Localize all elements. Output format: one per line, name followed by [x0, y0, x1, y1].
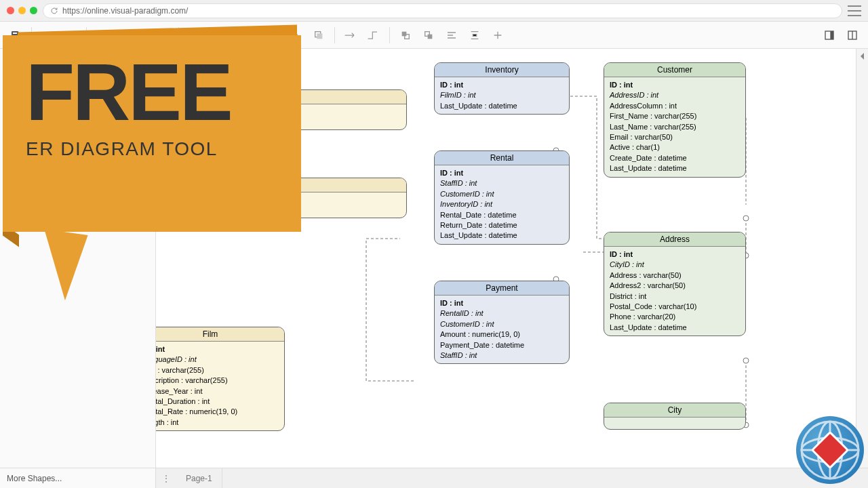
entity-field: Amount : numeric(19, 0) — [440, 329, 564, 340]
entity-field: InventoryID : int — [440, 199, 564, 209]
entity-body: ID : intStaffID : intCustomerID : intInv… — [435, 165, 569, 244]
reload-icon — [50, 7, 58, 15]
entity-field: Create_Date : datetime — [610, 153, 740, 163]
entity-payment[interactable]: Payment ID : intRentalID : intCustomerID… — [434, 281, 570, 364]
entity-body: ID : intLanguageID : intTitle : varchar(… — [156, 342, 284, 430]
minimize-window-icon[interactable] — [18, 7, 26, 14]
waypoint-button[interactable] — [363, 25, 384, 45]
url-bar[interactable]: https://online.visual-paradigm.com/ — [43, 3, 842, 18]
to-back-button[interactable] — [418, 25, 439, 45]
add-page-button[interactable]: ⋮ — [156, 468, 176, 488]
entity-field: Last_Update : datetime — [440, 101, 564, 111]
entity-film[interactable]: Film ID : intLanguageID : intTitle : var… — [156, 327, 285, 431]
url-text: https://online.visual-paradigm.com/ — [62, 6, 188, 16]
entity-field: StaffID : int — [440, 350, 564, 361]
page-tab[interactable]: Page-1 — [176, 468, 222, 488]
entity-field: Last_Name : varchar(255) — [610, 122, 740, 132]
arrow-icon — [344, 30, 357, 41]
separator — [334, 27, 335, 43]
entity-body: ID : intFilmID : intLast_Update : dateti… — [435, 77, 569, 114]
promo-title: FREE — [26, 54, 278, 130]
entity-header: Inventory — [435, 63, 569, 77]
entity-field: Address : varchar(50) — [610, 270, 740, 281]
entity-field: ID : int — [440, 80, 564, 90]
footer: More Shapes... ⋮ Page-1 — [0, 468, 868, 488]
entity-header: Address — [604, 232, 745, 247]
entity-header: Film — [156, 327, 284, 342]
entity-field: Rental_Duration : int — [156, 396, 279, 407]
entity-header: Customer — [604, 63, 745, 77]
entity-field: CustomerID : int — [440, 189, 564, 199]
entity-field: AddressID : int — [610, 90, 740, 100]
entity-field: Last_Update : datetime — [610, 323, 740, 333]
entity-field: ID : int — [610, 80, 740, 90]
entity-field: ID : int — [440, 168, 564, 178]
format-panel-button[interactable] — [819, 25, 840, 45]
entity-field: Phone : varchar(20) — [610, 312, 740, 322]
entity-field: District : int — [610, 291, 740, 302]
elbow-icon — [367, 30, 380, 41]
to-back-icon — [423, 30, 434, 41]
entity-field: ID : int — [440, 298, 564, 308]
more-shapes-button[interactable]: More Shapes... — [0, 468, 156, 488]
entity-field: Rental_Date : datetime — [440, 210, 564, 220]
entity-field: ID : int — [610, 249, 740, 260]
entity-field: Release_Year : int — [156, 386, 279, 396]
close-window-icon[interactable] — [7, 7, 14, 14]
promo-banner: FREE ER DIAGRAM TOOL — [3, 28, 308, 313]
entity-address[interactable]: Address ID : intCityID : intAddress : va… — [604, 232, 746, 336]
distribute-icon — [469, 30, 480, 41]
entity-field: RentalID : int — [440, 308, 564, 319]
shadow-icon — [313, 30, 324, 41]
plus-icon — [492, 30, 503, 41]
entity-field: Email : varchar(50) — [610, 132, 740, 142]
entity-inventory[interactable]: Inventory ID : intFilmID : intLast_Updat… — [434, 62, 570, 115]
entity-body: ID : intAddressID : intAddressColumn : i… — [604, 77, 745, 177]
align-icon — [446, 30, 457, 41]
panel-split-icon — [847, 30, 858, 41]
entity-field: Payment_Date : datetime — [440, 340, 564, 350]
entity-field: Address2 : varchar(50) — [610, 281, 740, 291]
entity-field: Return_Date : datetime — [440, 220, 564, 230]
browser-chrome: https://online.visual-paradigm.com/ — [0, 0, 868, 22]
entity-city[interactable]: City — [604, 403, 746, 430]
format-panel-collapsed[interactable] — [856, 49, 868, 468]
outline-panel-button[interactable] — [842, 25, 863, 45]
shadow-button[interactable] — [309, 25, 329, 45]
svg-point-19 — [743, 216, 749, 221]
entity-field: CustomerID : int — [440, 319, 564, 329]
entity-field: Last_Update : datetime — [440, 230, 564, 241]
align-button[interactable] — [441, 25, 462, 45]
entity-rental[interactable]: Rental ID : intStaffID : intCustomerID :… — [434, 150, 570, 245]
to-front-icon — [400, 30, 411, 41]
distribute-button[interactable] — [465, 25, 485, 45]
entity-field: ID : int — [156, 344, 279, 354]
promo-subtitle: ER DIAGRAM TOOL — [26, 138, 278, 160]
entity-field: CityID : int — [610, 260, 740, 270]
separator — [389, 27, 390, 43]
entity-field: Last_Update : datetime — [610, 163, 740, 174]
svg-rect-13 — [830, 31, 833, 39]
entity-field: Postal_Code : varchar(10) — [610, 302, 740, 312]
entity-body: ID : intRentalID : intCustomerID : intAm… — [435, 296, 569, 363]
chevron-left-icon — [859, 53, 866, 60]
entity-field: FilmID : int — [440, 90, 564, 100]
entity-field: Rental_Rate : numeric(19, 0) — [156, 407, 279, 417]
to-front-button[interactable] — [395, 25, 416, 45]
window-controls — [7, 7, 37, 14]
entity-customer[interactable]: Customer ID : intAddressID : intAddressC… — [604, 62, 746, 178]
panel-right-icon — [824, 30, 835, 41]
add-button[interactable] — [488, 25, 508, 45]
brand-logo — [789, 409, 864, 484]
entity-field: AddressColumn : int — [610, 101, 740, 111]
entity-body: ID : intCityID : intAddress : varchar(50… — [604, 247, 745, 336]
svg-rect-7 — [317, 33, 322, 39]
entity-field: StaffID : int — [440, 178, 564, 188]
maximize-window-icon[interactable] — [30, 7, 37, 14]
entity-header: Rental — [435, 151, 569, 165]
entity-header: City — [604, 403, 745, 418]
entity-field: Description : varchar(255) — [156, 375, 279, 386]
connector-style-button[interactable] — [340, 25, 361, 45]
svg-point-21 — [743, 358, 749, 363]
menu-icon[interactable] — [848, 5, 861, 16]
